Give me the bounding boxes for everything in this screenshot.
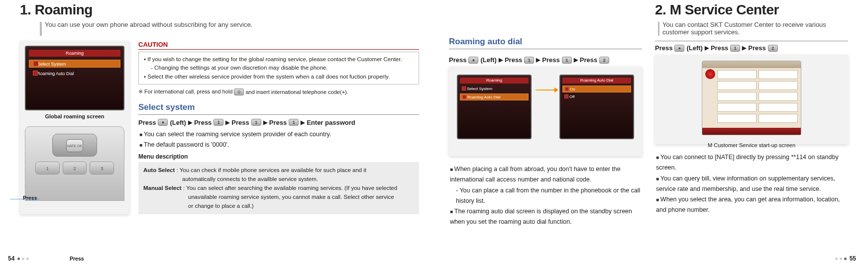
lead-m-text: You can contact SKT Customer Center to r… (662, 21, 848, 36)
seq-word-press: Press (449, 56, 466, 64)
caution-item-1: If you wish to change the setting for th… (144, 55, 414, 64)
mini1-row1-label: Select System (467, 87, 492, 91)
screenshot-auto-dial: Roaming Auto Dial On Off (559, 75, 634, 139)
lead-text: You can use your own phone abroad withou… (45, 21, 252, 28)
phone-row1-label: Select System (37, 62, 66, 67)
seq-word-press: Press (269, 119, 287, 126)
lead-bar-icon (40, 22, 42, 36)
grid-cell (759, 92, 798, 101)
ad-bullet-1-text: When placing a call from abroad, you don… (450, 166, 621, 183)
bullet-2: The default password is '0000'. (139, 140, 419, 150)
mini1-row2: Roaming Auto Dial (460, 93, 529, 100)
intl-call-note: ※ For international call, press and hold… (138, 88, 419, 95)
page-number-left: 54 (8, 255, 29, 262)
page-spread: 1. Roaming You can use your own phone ab… (0, 0, 868, 265)
auto-text-a: : You can check if mobile phone services… (176, 167, 366, 173)
key-1-icon: 1 (289, 119, 299, 126)
select-system-bullets: You can select the roaming service syste… (139, 129, 419, 151)
arrow-icon: ▶ (742, 45, 746, 51)
caution-heading: CAUTION (138, 41, 419, 50)
bullet-1: You can select the roaming service syste… (139, 129, 419, 140)
mini2-row1: On (562, 86, 631, 92)
page-number-right: 55 (835, 255, 856, 262)
select-system-sequence: Press ● (Left) ▶ Press 1 ▶ Press 1 ▶ Pre… (138, 119, 419, 126)
arrow-icon: ▶ (188, 119, 192, 126)
ad-bullet-1-sub: You can place a call from the number in … (456, 187, 640, 204)
m-service-screenshot: M Customer Service start-up screen (655, 55, 848, 144)
arrow-icon: ▶ (499, 57, 503, 63)
key-1-icon: 1 (524, 57, 534, 64)
seq-left: (Left) (686, 44, 703, 52)
skt-logo-icon (705, 69, 715, 79)
key-1-icon: 1 (214, 119, 223, 126)
m-screen-grid (717, 70, 798, 125)
screenshot-roaming-menu: Roaming Select System Roaming Auto Dial (457, 75, 532, 139)
press-label-left: Press (23, 195, 37, 201)
manual-select-label: Manual Select (143, 185, 182, 191)
grid-cell (717, 114, 757, 123)
lead-bar-icon (658, 22, 659, 36)
select-system-heading: Select system (138, 102, 419, 115)
grid-cell (717, 103, 757, 112)
left-main-column: CAUTION If you wish to change the settin… (138, 41, 419, 214)
soft-key-icon: ● (158, 119, 168, 126)
caution-subitem: - Changing the settings at your own disc… (144, 64, 414, 72)
caution-item-2: Select the other wireless service provid… (144, 73, 414, 81)
press-label-bottom: Press (70, 256, 84, 262)
mini2-row2: Off (562, 93, 631, 100)
note-prefix: ※ For international call, press and hold (138, 88, 232, 95)
m-customer-screen (702, 61, 801, 135)
page-right: Roaming auto dial Press ● (Left) ▶ Press… (434, 0, 868, 265)
phone-illustration: Roaming Select System Roaming Auto Dial … (20, 41, 129, 214)
auto-select-label: Auto Select (143, 167, 175, 173)
ms-bullet-3: When you select the area, you can get ar… (656, 194, 848, 216)
phone-row2-label: Roaming Auto Dial (37, 71, 74, 76)
key-1-icon: 1 (730, 45, 740, 52)
grid-cell (759, 70, 798, 79)
m-service-sequence: Press ● (Left) ▶ Press 1 ▶ Press 2 (655, 41, 848, 52)
nav-ok-key: NATE OK (66, 139, 83, 152)
note-suffix: and insert international telephone code(… (245, 89, 348, 95)
grid-cell (759, 81, 798, 90)
seq-left: (Left) (480, 56, 497, 64)
radio-icon (564, 94, 568, 98)
caution-sub-text: Changing the settings at your own discre… (154, 65, 327, 71)
arrow-icon: ▶ (225, 119, 229, 126)
auto-dial-sequence: Press ● (Left) ▶ Press 1 ▶ Press 1 ▶ Pre… (449, 53, 642, 64)
key-1-icon: 1 (251, 119, 261, 126)
auto-dial-bullets: When placing a call from abroad, you don… (450, 164, 642, 228)
arrow-icon: ▶ (301, 119, 305, 126)
right-columns: Roaming auto dial Press ● (Left) ▶ Press… (449, 0, 848, 228)
menu-icon (33, 61, 38, 66)
caution-box: If you wish to change the setting for th… (138, 52, 419, 85)
phone-screen: Roaming Select System Roaming Auto Dial (25, 46, 124, 110)
m-screen-topbar (702, 61, 801, 68)
soft-key-icon: ● (674, 45, 684, 52)
m-service-bullets: You can connect to [NATE] directly by pr… (656, 152, 848, 216)
key-1: 1 (35, 162, 60, 175)
mini2-row2-label: Off (569, 94, 575, 99)
seq-word-press: Press (580, 56, 597, 64)
seq-word-press: Press (194, 119, 212, 126)
left-columns: Roaming Select System Roaming Auto Dial … (20, 41, 419, 214)
manual-select-row: Manual Select : You can select after sea… (143, 184, 414, 193)
page-num-value: 55 (850, 255, 856, 262)
grid-cell (717, 92, 757, 101)
ms-bullet-1: You can connect to [NATE] directly by pr… (656, 152, 848, 174)
key-2: 2 (63, 162, 87, 175)
seq-enter-password: Enter password (307, 119, 355, 126)
arrow-icon: ▶ (705, 45, 709, 51)
arrow-icon: ▶ (536, 57, 540, 63)
soft-key-icon: ● (468, 57, 478, 64)
manual-text-c: or change to place a call.) (143, 202, 414, 211)
radio-icon (565, 87, 569, 91)
phone-caption: Global roaming screen (25, 113, 124, 119)
mini2-title: Roaming Auto Dial (562, 78, 631, 84)
mini1-row2-label: Roaming Auto Dial (467, 95, 500, 99)
roaming-auto-dial-heading: Roaming auto dial (449, 37, 642, 49)
key-2-icon: 2 (599, 57, 609, 64)
seq-left: (Left) (170, 119, 186, 126)
phone-menu-auto-dial: Roaming Auto Dial (29, 70, 120, 78)
lead-m-service: You can contact SKT Customer Center to r… (658, 21, 848, 36)
phone-screen-title: Roaming (29, 50, 120, 57)
